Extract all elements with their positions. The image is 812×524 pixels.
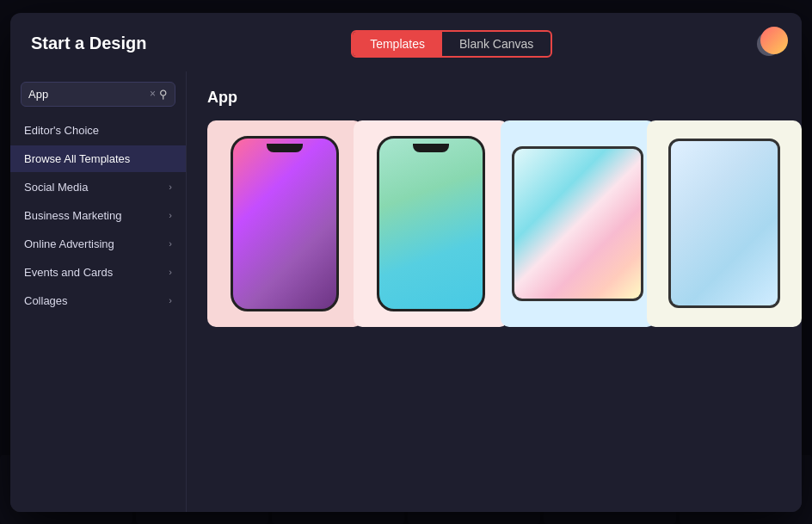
sidebar-item-business-marketing-label: Business Marketing	[24, 209, 121, 222]
sidebar-item-collages-label: Collages	[24, 294, 68, 307]
search-icon[interactable]: ⚲	[159, 88, 168, 101]
start-a-design-modal: Start a Design Templates Blank Canvas × …	[10, 13, 802, 512]
tablet-frame-4	[668, 139, 780, 308]
search-clear-icon[interactable]: ×	[150, 88, 156, 100]
section-title: App	[207, 89, 781, 107]
chevron-down-icon: ›	[169, 238, 172, 249]
modal-title: Start a Design	[31, 34, 146, 53]
phone-notch-1	[267, 144, 303, 152]
sidebar-item-editors-choice-label: Editor's Choice	[24, 124, 99, 137]
user-avatar[interactable]	[760, 27, 788, 54]
sidebar-item-events-and-cards-label: Events and Cards	[24, 266, 113, 279]
tablet-screen-3	[514, 149, 641, 299]
template-card-4[interactable]	[647, 120, 802, 327]
sidebar-item-browse-all-label: Browse All Templates	[24, 152, 130, 165]
template-card-1[interactable]	[207, 120, 362, 327]
sidebar-item-social-media[interactable]: Social Media ›	[10, 174, 186, 200]
sidebar-item-business-marketing[interactable]: Business Marketing ›	[10, 202, 186, 229]
chevron-down-icon: ›	[169, 295, 172, 305]
chevron-down-icon: ›	[169, 182, 172, 192]
template-card-3[interactable]	[501, 120, 655, 327]
phone-frame-2	[377, 136, 485, 311]
sidebar-item-events-and-cards[interactable]: Events and Cards ›	[10, 259, 186, 286]
modal-body: × ⚲ Editor's Choice Browse All Templates…	[10, 71, 802, 512]
modal-overlay: Start a Design Templates Blank Canvas × …	[0, 0, 812, 524]
modal-tabs: Templates Blank Canvas	[351, 30, 552, 58]
tablet-frame-3	[512, 146, 643, 301]
tablet-screen-4	[671, 141, 778, 305]
search-input[interactable]	[28, 88, 150, 101]
sidebar-item-collages[interactable]: Collages ›	[10, 287, 186, 314]
template-card-2[interactable]	[354, 120, 508, 327]
tab-blank-canvas[interactable]: Blank Canvas	[442, 32, 551, 56]
sidebar: × ⚲ Editor's Choice Browse All Templates…	[10, 71, 187, 512]
sidebar-item-online-advertising[interactable]: Online Advertising ›	[10, 231, 186, 257]
sidebar-item-social-media-label: Social Media	[24, 181, 88, 194]
chevron-down-icon: ›	[169, 267, 172, 277]
sidebar-item-editors-choice[interactable]: Editor's Choice	[10, 117, 186, 144]
phone-screen-2	[379, 139, 483, 309]
phone-frame-1	[231, 136, 339, 311]
modal-header: Start a Design Templates Blank Canvas ×	[10, 13, 802, 71]
main-content: App	[187, 71, 802, 512]
templates-grid	[207, 120, 781, 327]
phone-screen-1	[233, 139, 336, 309]
tab-templates[interactable]: Templates	[353, 32, 442, 56]
chevron-down-icon: ›	[169, 210, 172, 220]
sidebar-item-online-advertising-label: Online Advertising	[24, 237, 114, 250]
search-box[interactable]: × ⚲	[21, 82, 175, 107]
phone-notch-2	[413, 144, 449, 152]
sidebar-item-browse-all[interactable]: Browse All Templates	[10, 145, 186, 172]
